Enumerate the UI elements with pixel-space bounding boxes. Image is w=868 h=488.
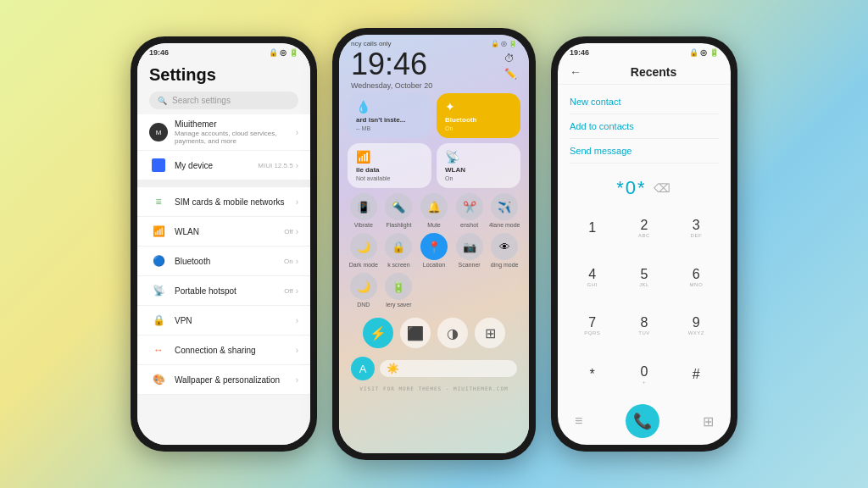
settings-item-hotspot[interactable]: 📡 Portable hotspot Off › (137, 276, 310, 306)
settings-item-vpn[interactable]: 🔒 VPN › (137, 306, 310, 336)
tile-wlan-icon: 📡 (445, 150, 512, 164)
battery-icon: 🔋 (385, 273, 412, 300)
bluetooth-content: Bluetooth (175, 257, 277, 266)
simcards-label: SIM cards & mobile networks (175, 197, 289, 207)
settings-item-connection[interactable]: ↔ Connection & sharing › (137, 336, 310, 365)
screenshot-label: enshot (460, 222, 478, 228)
screenshot-icon: ✂️ (456, 193, 483, 220)
dialer-call-button[interactable]: 📞 (626, 404, 659, 438)
chevron-right-icon: › (296, 286, 298, 296)
chevron-right-icon: › (296, 161, 298, 170)
search-bar[interactable]: 🔍 Search settings (149, 92, 298, 109)
tile-wlan-sub: On (445, 175, 512, 181)
dialer-key-7[interactable]: 7 PQRS (566, 302, 618, 351)
wlan-icon: 📶 (149, 222, 168, 241)
ctrl-btn-location[interactable]: 📍 Location (418, 233, 450, 268)
action-btn-circle[interactable]: ◑ (437, 318, 468, 348)
action-btn-play[interactable]: ⚡ (363, 318, 393, 348)
ctrl-btn-dnd[interactable]: 🌙 DND (348, 273, 380, 308)
back-icon[interactable]: ← (570, 65, 581, 79)
dialer-key-0[interactable]: 0 + (618, 351, 670, 400)
dialer-key-1[interactable]: 1 (566, 204, 618, 253)
flashlight-btn[interactable]: A (351, 357, 375, 380)
plane-label: 4lane mode (489, 222, 520, 228)
tile-bluetooth[interactable]: ✦ Bluetooth On (437, 93, 520, 138)
wlan-right: Off › (284, 227, 298, 236)
dialer-num-6: 6 (693, 268, 700, 281)
dialer-num-2: 2 (641, 219, 648, 232)
tile-bluetooth-sub: On (445, 125, 512, 131)
action-btn-screen[interactable]: ⬛ (400, 318, 431, 348)
recents-action-send-message[interactable]: Send message (570, 139, 719, 164)
dialer-key-hash[interactable]: # (670, 351, 722, 400)
dialer-input: *0* (616, 177, 646, 199)
flashlight-label: Flashlight (386, 222, 411, 228)
recents-action-new-contact[interactable]: New contact (570, 90, 719, 114)
dialer-menu-icon[interactable]: ≡ (575, 413, 582, 429)
ctrl-btn-empty2 (453, 273, 486, 308)
recents-action-add-contact[interactable]: Add to contacts (570, 114, 719, 139)
settings-time: 19:46 (149, 48, 169, 57)
settings-item-wlan[interactable]: 📶 WLAN Off › (137, 217, 310, 247)
tile-wlan[interactable]: 📡 WLAN On (437, 143, 520, 188)
brightness-icon: ☀️ (387, 363, 399, 374)
tile-mobile-data2[interactable]: 📶 ile data Not available (348, 143, 431, 188)
mute-label: Mute (427, 222, 441, 228)
ctrl-btn-lockscreen[interactable]: 🔒 k screen (383, 233, 415, 268)
action-row: ⚡ ⬛ ◑ ⊞ (339, 314, 529, 352)
hotspot-status: Off (284, 287, 293, 295)
ctrl-btn-mute[interactable]: 🔔 Mute (418, 193, 450, 228)
settings-item-wallpaper[interactable]: 🎨 Wallpaper & personalization › (137, 365, 310, 395)
chevron-right-icon: › (296, 257, 298, 266)
control-action-icons: ⏱ ✏️ (504, 53, 517, 80)
action-btn-grid[interactable]: ⊞ (475, 318, 505, 348)
dialer-key-4[interactable]: 4 GHI (566, 253, 618, 302)
tile-mobile-label: ile data (356, 166, 423, 174)
settings-item-miuithemer[interactable]: M Miuithemer Manage accounts, cloud serv… (137, 114, 310, 151)
ctrl-btn-vibrate[interactable]: 📳 Vibrate (348, 193, 380, 228)
dialer-letters-0: + (643, 380, 646, 385)
tile-data-icon: 💧 (356, 100, 423, 114)
mydevice-icon (149, 156, 168, 175)
settings-item-simcards[interactable]: ≡ SIM cards & mobile networks › (137, 187, 310, 217)
wlan-content: WLAN (175, 227, 277, 236)
scanner-icon: 📷 (456, 233, 483, 260)
vpn-content: VPN (175, 316, 289, 325)
dialer-grid-icon[interactable]: ⊞ (703, 413, 714, 430)
ctrl-btn-darkmode[interactable]: 🌙 Dark mode (348, 233, 380, 268)
bluetooth-right: On › (284, 257, 298, 266)
control-date: Wednesday, October 20 (351, 81, 432, 90)
settings-title: Settings (149, 65, 298, 85)
hotspot-content: Portable hotspot (175, 286, 277, 296)
tile-bluetooth-label: Bluetooth (445, 116, 512, 124)
plane-icon: ✈️ (491, 193, 518, 220)
dialer-key-2[interactable]: 2 ABC (618, 204, 670, 253)
dialer-key-6[interactable]: 6 MNO (670, 253, 722, 302)
dialer-letters-7: PQRS (584, 330, 600, 336)
vpn-icon: 🔒 (149, 311, 168, 330)
ctrl-btn-plane[interactable]: ✈️ 4lane mode (488, 193, 520, 228)
ctrl-btn-flashlight[interactable]: 🔦 Flashlight (383, 193, 415, 228)
dialer-delete-icon[interactable]: ⌫ (654, 181, 672, 195)
dialer-key-8[interactable]: 8 TUV (618, 302, 670, 351)
connection-right: › (296, 346, 298, 355)
ctrl-btn-scanner[interactable]: 📷 Scanner (453, 233, 486, 268)
dialer-key-star[interactable]: * (566, 351, 618, 400)
ctrl-btn-reading[interactable]: 👁 ding mode (488, 233, 520, 268)
ctrl-btn-screenshot[interactable]: ✂️ enshot (453, 193, 486, 228)
tile-mobile-data[interactable]: 💧 ard isn't inste... -- MB (348, 93, 431, 138)
search-icon: 🔍 (158, 97, 167, 105)
brightness-slider[interactable]: ☀️ (380, 360, 517, 377)
settings-item-mydevice[interactable]: My device MIUI 12.5.5 › (137, 151, 310, 180)
dialer-num-9: 9 (693, 316, 700, 330)
ctrl-btn-battery[interactable]: 🔋 lery saver (383, 273, 415, 308)
settings-item-bluetooth[interactable]: 🔵 Bluetooth On › (137, 247, 310, 276)
miuithemer-label: Miuithemer (175, 119, 289, 129)
mydevice-label: My device (175, 161, 251, 170)
dialer-key-3[interactable]: 3 DEF (670, 204, 722, 253)
dialer-key-9[interactable]: 9 WXYZ (670, 302, 722, 351)
lockscreen-label: k screen (387, 262, 409, 268)
hotspot-right: Off › (284, 286, 298, 296)
dialer-key-5[interactable]: 5 JKL (618, 253, 670, 302)
tile-wlan-label: WLAN (445, 166, 512, 174)
